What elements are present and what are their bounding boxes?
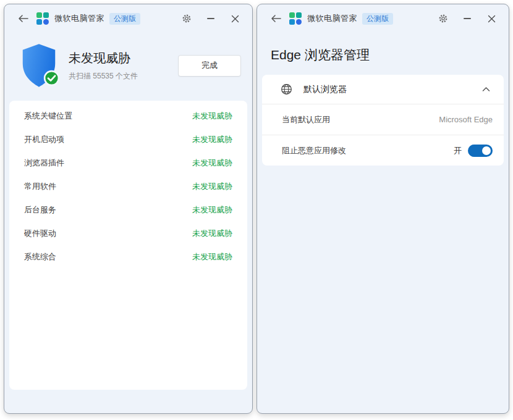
scan-item-label: 系统关键位置 xyxy=(24,111,72,122)
scan-result-row: 系统综合 未发现威胁 xyxy=(9,245,247,269)
toggle-group: 开 xyxy=(454,145,493,157)
toggle-state-label: 开 xyxy=(454,145,462,156)
shield-check-icon xyxy=(20,43,57,88)
desktop: 微软电脑管家 公测版 xyxy=(0,0,513,420)
beta-badge: 公测版 xyxy=(109,13,140,25)
block-modification-toggle[interactable] xyxy=(468,145,493,157)
close-icon xyxy=(488,15,496,23)
scan-result-row: 浏览器插件 未发现威胁 xyxy=(9,151,247,175)
done-button[interactable]: 完成 xyxy=(178,55,241,77)
close-button[interactable] xyxy=(481,9,501,28)
globe-icon xyxy=(281,83,292,95)
scan-result-text: 未发现威胁 共扫描 55535 个文件 xyxy=(69,50,178,82)
settings-button[interactable] xyxy=(433,9,453,28)
minimize-icon xyxy=(207,18,214,19)
back-button[interactable] xyxy=(15,11,30,26)
setting-label: 当前默认应用 xyxy=(282,114,330,125)
chevron-up-icon xyxy=(482,86,490,92)
scan-item-status: 未发现威胁 xyxy=(192,158,232,169)
gear-icon xyxy=(182,14,192,23)
minimize-button[interactable] xyxy=(201,9,221,28)
scan-item-label: 开机启动项 xyxy=(24,134,64,145)
back-button[interactable] xyxy=(268,11,283,26)
scan-item-label: 常用软件 xyxy=(24,181,56,192)
back-arrow-icon xyxy=(18,14,28,23)
scan-item-status: 未发现威胁 xyxy=(192,204,232,216)
close-button[interactable] xyxy=(225,9,245,28)
scan-item-status: 未发现威胁 xyxy=(192,134,232,145)
beta-badge: 公测版 xyxy=(362,13,393,25)
app-logo-icon xyxy=(289,12,302,25)
settings-button[interactable] xyxy=(177,9,197,28)
scan-item-status: 未发现威胁 xyxy=(192,111,232,122)
titlebar: 微软电脑管家 公测版 xyxy=(257,4,509,33)
section-title: 默认浏览器 xyxy=(303,84,478,95)
minimize-button[interactable] xyxy=(457,9,477,28)
default-app-value: Microsoft Edge xyxy=(439,115,493,124)
scan-result-row: 常用软件 未发现威胁 xyxy=(9,175,247,198)
scan-results-card: 系统关键位置 未发现威胁 开机启动项 未发现威胁 浏览器插件 未发现威胁 常用软… xyxy=(9,101,247,390)
scan-item-label: 硬件驱动 xyxy=(24,228,56,239)
scan-result-subtitle: 共扫描 55535 个文件 xyxy=(69,71,178,82)
default-app-row: 当前默认应用 Microsoft Edge xyxy=(262,104,504,135)
page-title: Edge 浏览器管理 xyxy=(271,46,509,64)
default-browser-card: 默认浏览器 当前默认应用 Microsoft Edge 阻止恶意应用修改 开 xyxy=(262,75,504,166)
check-circle-icon xyxy=(43,70,60,89)
section-default-browser[interactable]: 默认浏览器 xyxy=(262,75,504,104)
scan-result-title: 未发现威胁 xyxy=(69,50,178,67)
titlebar: 微软电脑管家 公测版 xyxy=(4,4,252,33)
back-arrow-icon xyxy=(271,14,281,23)
scan-window: 微软电脑管家 公测版 xyxy=(4,4,253,414)
scan-item-status: 未发现威胁 xyxy=(192,228,232,239)
collapse-button[interactable] xyxy=(478,82,494,98)
scan-item-status: 未发现威胁 xyxy=(192,181,232,192)
close-icon xyxy=(231,15,239,23)
toggle-knob xyxy=(482,146,491,155)
scan-result-row: 开机启动项 未发现威胁 xyxy=(9,128,247,151)
scan-item-label: 系统综合 xyxy=(24,251,56,262)
app-title: 微软电脑管家 xyxy=(307,13,357,24)
scan-result-row: 后台服务 未发现威胁 xyxy=(9,198,247,222)
scan-item-label: 后台服务 xyxy=(24,204,56,216)
edge-management-window: 微软电脑管家 公测版 Edge 浏览器管理 xyxy=(256,4,509,414)
scan-result-row: 系统关键位置 未发现威胁 xyxy=(9,104,247,128)
scan-result-row: 硬件驱动 未发现威胁 xyxy=(9,222,247,245)
block-modification-row: 阻止恶意应用修改 开 xyxy=(262,135,504,166)
gear-icon xyxy=(438,14,448,23)
app-title: 微软电脑管家 xyxy=(54,13,104,24)
scan-summary: 未发现威胁 共扫描 55535 个文件 完成 xyxy=(4,33,252,94)
app-logo-icon xyxy=(36,12,49,25)
minimize-icon xyxy=(464,18,471,19)
setting-label: 阻止恶意应用修改 xyxy=(282,145,346,156)
scan-item-label: 浏览器插件 xyxy=(24,158,64,169)
scan-item-status: 未发现威胁 xyxy=(192,251,232,262)
